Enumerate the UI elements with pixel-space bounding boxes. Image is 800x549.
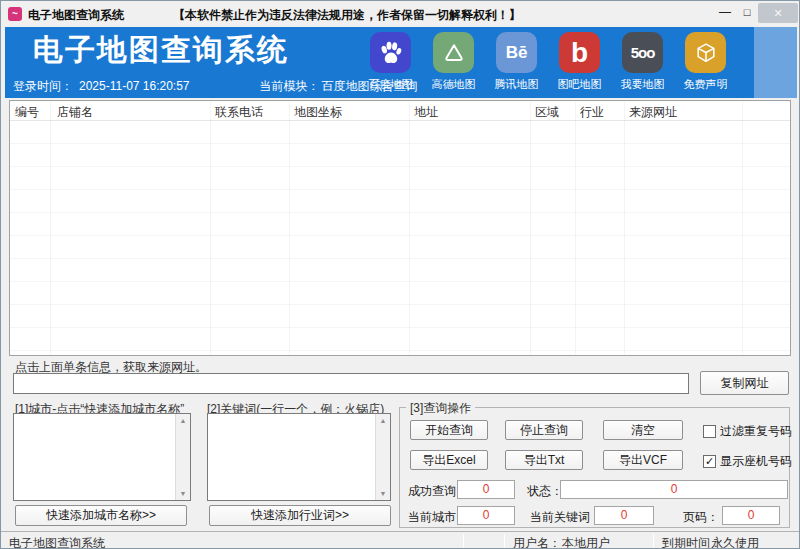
statusbar-app-name: 电子地图查询系统 <box>9 535 105 549</box>
add-cities-button[interactable]: 快速添加城市名称>> <box>15 505 187 526</box>
column-divider <box>575 101 576 355</box>
current-keyword-label: 当前关键词： <box>530 509 602 526</box>
app-title: 电子地图查询系统 <box>33 30 289 71</box>
column-divider <box>530 101 531 355</box>
column-divider <box>289 101 290 355</box>
letter-b-glyph: b <box>571 39 588 67</box>
column-header-id[interactable]: 编号 <box>15 104 39 121</box>
header-right-strip <box>754 27 797 98</box>
show-landline-checkbox[interactable]: ✓ 显示座机号码 <box>703 453 792 470</box>
export-vcf-button[interactable]: 导出VCF <box>603 450 683 470</box>
checkbox-label: 显示座机号码 <box>720 453 792 470</box>
500px-icon: 5oo <box>622 32 663 73</box>
status-value: 0 <box>560 480 788 499</box>
behance-glyph: Bē <box>506 43 528 63</box>
shortcut-label: 百度地图 <box>369 77 413 92</box>
column-header-industry[interactable]: 行业 <box>580 104 604 121</box>
column-header-shop-name[interactable]: 店铺名 <box>57 104 93 121</box>
username-label: 用户名： <box>513 535 561 549</box>
results-table: 编号 店铺名 联系电话 地图坐标 地址 区域 行业 来源网址 <box>9 100 791 356</box>
shortcut-free-statement[interactable]: 免费声明 <box>674 32 737 92</box>
clear-button[interactable]: 清空 <box>603 420 683 440</box>
keyword-list-area[interactable] <box>208 414 375 500</box>
status-label: 状态： <box>527 483 563 500</box>
column-header-source-url[interactable]: 来源网址 <box>629 104 677 121</box>
filter-duplicates-checkbox[interactable]: 过滤重复号码 <box>703 423 792 440</box>
column-divider <box>409 101 410 355</box>
column-divider <box>210 101 211 355</box>
shortcut-label: 腾讯地图 <box>495 77 539 92</box>
current-city-value: 0 <box>457 506 515 525</box>
export-excel-button[interactable]: 导出Excel <box>410 450 488 470</box>
checkbox-label: 过滤重复号码 <box>720 423 792 440</box>
page-number-label: 页码： <box>683 509 719 526</box>
shortcut-label: 图吧地图 <box>558 77 602 92</box>
shortcut-gaode-map[interactable]: 高德地图 <box>422 32 485 92</box>
baidu-paw-icon <box>370 32 411 73</box>
export-txt-button[interactable]: 导出Txt <box>505 450 583 470</box>
city-list-scrollbar[interactable]: ▲ ▼ <box>175 414 190 500</box>
status-bar: 电子地图查询系统 用户名： 本地用户 到期时间： 永久使用 <box>1 531 799 549</box>
column-header-coords[interactable]: 地图坐标 <box>294 104 342 121</box>
statusbar-divider <box>463 534 464 548</box>
success-count-value: 0 <box>457 480 515 499</box>
title-warning-text: 【本软件禁止作为违反法律法规用途，作者保留一切解释权利！】 <box>173 7 521 24</box>
scroll-down-icon[interactable]: ▼ <box>376 490 390 497</box>
username-value: 本地用户 <box>562 535 610 549</box>
statusbar-divider <box>504 534 505 548</box>
query-group-title: [3]查询操作 <box>406 400 475 417</box>
copy-url-button[interactable]: 复制网址 <box>700 371 789 395</box>
letter-b-icon: b <box>559 32 600 73</box>
app-window: ~ 电子地图查询系统 【本软件禁止作为违反法律法规用途，作者保留一切解释权利！】… <box>0 0 800 549</box>
shortcut-label: 免费声明 <box>684 77 728 92</box>
module-label: 当前模块： <box>260 78 320 95</box>
close-button[interactable]: ✕ <box>758 3 798 23</box>
keyword-list[interactable]: ▲ ▼ <box>207 413 391 501</box>
cube-icon <box>685 32 726 73</box>
keyword-list-scrollbar[interactable]: ▲ ▼ <box>375 414 390 500</box>
mountain-icon <box>433 32 474 73</box>
source-url-input[interactable] <box>13 373 689 394</box>
app-icon: ~ <box>8 7 22 21</box>
column-header-region[interactable]: 区域 <box>535 104 559 121</box>
current-keyword-value: 0 <box>594 506 654 525</box>
shortcut-51ditu-map[interactable]: 5oo 我要地图 <box>611 32 674 92</box>
shortcut-label: 我要地图 <box>621 77 665 92</box>
column-divider <box>624 101 625 355</box>
column-divider <box>742 101 743 355</box>
page-number-value: 0 <box>722 506 780 525</box>
add-keywords-button[interactable]: 快速添加行业词>> <box>209 505 391 526</box>
start-query-button[interactable]: 开始查询 <box>410 420 488 440</box>
maximize-button[interactable]: □ <box>737 4 757 22</box>
statusbar-divider <box>653 534 654 548</box>
scroll-up-icon[interactable]: ▲ <box>176 417 190 424</box>
column-header-phone[interactable]: 联系电话 <box>215 104 263 121</box>
shortcut-label: 高德地图 <box>432 77 476 92</box>
expire-value: 永久使用 <box>711 535 759 549</box>
stop-query-button[interactable]: 停止查询 <box>505 420 583 440</box>
header-meta: 登录时间：2025-11-07 16:20:57当前模块：百度地图综合查询 <box>13 78 418 95</box>
login-time-label: 登录时间： <box>13 78 73 95</box>
scroll-up-icon[interactable]: ▲ <box>376 417 390 424</box>
login-time-value: 2025-11-07 16:20:57 <box>79 79 190 93</box>
minimize-button[interactable]: — <box>715 4 735 22</box>
500px-glyph: 5oo <box>631 44 655 61</box>
results-table-header: 编号 店铺名 联系电话 地图坐标 地址 区域 行业 来源网址 <box>10 101 790 121</box>
checkbox-box[interactable] <box>703 425 716 438</box>
title-bar: ~ 电子地图查询系统 【本软件禁止作为违反法律法规用途，作者保留一切解释权利！】… <box>1 1 799 27</box>
map-shortcuts: 百度地图 高德地图 Bē 腾讯地图 b 图吧地图 <box>359 32 737 92</box>
shortcut-tencent-map[interactable]: Bē 腾讯地图 <box>485 32 548 92</box>
behance-icon: Bē <box>496 32 537 73</box>
results-table-body[interactable] <box>10 121 790 355</box>
query-operations-group: [3]查询操作 开始查询 停止查询 清空 过滤重复号码 导出Excel 导出Tx… <box>399 407 790 528</box>
shortcut-baidu-map[interactable]: 百度地图 <box>359 32 422 92</box>
city-list-area[interactable] <box>14 414 175 500</box>
app-header: 电子地图查询系统 登录时间：2025-11-07 16:20:57当前模块：百度… <box>5 27 797 98</box>
column-header-address[interactable]: 地址 <box>414 104 438 121</box>
shortcut-tuba-map[interactable]: b 图吧地图 <box>548 32 611 92</box>
column-divider <box>50 101 51 355</box>
city-list[interactable]: ▲ ▼ <box>13 413 191 501</box>
window-title: 电子地图查询系统 <box>28 7 124 24</box>
checkbox-box[interactable]: ✓ <box>703 455 716 468</box>
scroll-down-icon[interactable]: ▼ <box>176 490 190 497</box>
